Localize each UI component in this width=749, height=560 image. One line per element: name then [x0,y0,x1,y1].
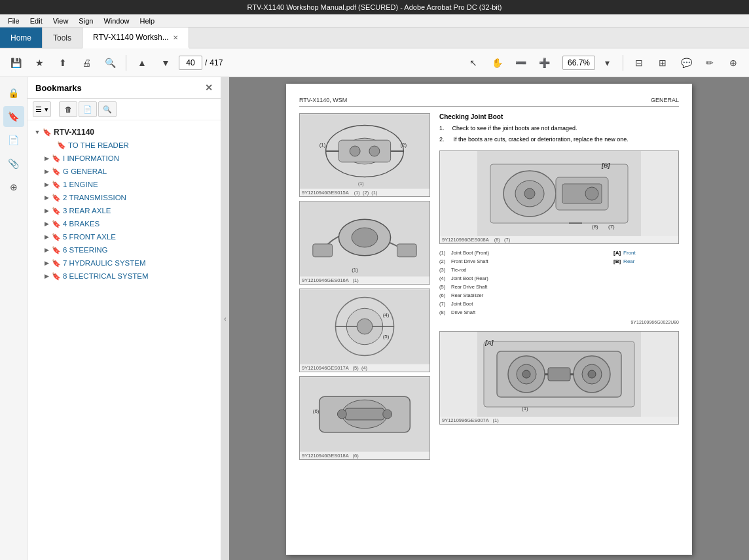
zoom-out-button[interactable]: ➖ [510,52,531,73]
tab-document-label: RTV-X1140 Worksh... [93,33,169,42]
comment-button[interactable]: 💬 [676,52,697,73]
svg-text:(1): (1) [352,267,358,273]
zoom-in-button[interactable]: ➕ [534,52,555,73]
menu-edit[interactable]: Edit [25,14,48,27]
stamp-button[interactable]: ⊕ [723,52,744,73]
attachments-icon-btn[interactable]: 📎 [3,153,24,174]
search-bookmark-btn[interactable]: 🔍 [98,101,117,117]
page-header: RTV-X1140, WSM GENERAL [299,97,679,107]
svg-text:(6): (6) [313,408,320,414]
expand-hydraulic-icon: ▶ [42,258,51,268]
page-number-input[interactable]: 40 [179,56,202,70]
bookmark-tree: ▼ 🔖 RTV-X1140 🔖 TO THE READER ▶ 🔖 I INFO… [27,120,221,560]
find-button[interactable]: 🔍 [100,52,120,73]
tree-item-info[interactable]: ▶ 🔖 I INFORMATION [27,152,221,165]
tree-item-engine[interactable]: ▶ 🔖 1 ENGINE [27,178,221,191]
bookmark-icon-rear-axle: 🔖 [52,206,60,215]
tree-item-rear-axle[interactable]: ▶ 🔖 3 REAR AXLE [27,204,221,217]
svg-point-30 [383,410,392,419]
legend-ab-a: [A] Front [613,249,679,258]
tree-steering-label: 6 STEERING [63,246,107,254]
tree-item-brakes[interactable]: ▶ 🔖 4 BRAKES [27,217,221,230]
menu-sign[interactable]: Sign [73,14,98,27]
sidebar-toolbar: ☰ ▾ 🗑 📄 🔍 [27,99,221,120]
bookmark-icon-hydraulic: 🔖 [52,258,60,268]
tree-general-label: G GENERAL [63,167,107,175]
header-right: GENERAL [651,97,679,103]
right-column: Checking Joint Boot 1. Check to see if t… [439,113,679,464]
section-title: Checking Joint Boot [439,113,679,120]
sidebar-close-button[interactable]: ✕ [205,82,213,93]
tree-item-reader[interactable]: 🔖 TO THE READER [27,139,221,152]
tree-item-steering[interactable]: ▶ 🔖 6 STEERING [27,243,221,256]
fit-page-button[interactable]: ⊟ [629,52,649,73]
new-bookmark-btn[interactable]: 📄 [79,101,97,117]
next-page-button[interactable]: ▼ [155,52,176,73]
tree-front-axle-label: 5 FRONT AXLE [63,233,116,241]
expand-front-axle-icon: ▶ [42,232,51,241]
legend-item-3: (3) Tie-rod [439,266,600,274]
menu-window[interactable]: Window [98,14,134,27]
two-page-button[interactable]: ⊞ [652,52,673,73]
svg-rect-15 [397,244,417,257]
tab-close-button[interactable]: ✕ [173,34,178,41]
svg-rect-54 [548,368,570,381]
tab-document[interactable]: RTV-X1140 Worksh... ✕ [82,27,189,48]
expand-electrical-icon: ▶ [42,271,51,281]
bookmark-button[interactable]: ★ [29,52,50,73]
bookmarks-icon-btn[interactable]: 🔖 [3,106,24,127]
tree-item-hydraulic[interactable]: ▶ 🔖 7 HYDRAULIC SYSTEM [27,256,221,270]
tree-item-front-axle[interactable]: ▶ 🔖 5 FRONT AXLE [27,230,221,243]
bookmark-menu-btn[interactable]: ☰ ▾ [33,101,51,117]
right-diagram-a-image: [A] (1) [440,332,678,417]
sidebar-collapse-handle[interactable]: ‹ [221,77,229,560]
tree-item-root[interactable]: ▼ 🔖 RTV-X1140 [27,126,221,139]
svg-text:[A]: [A] [484,340,494,346]
svg-text:(8): (8) [592,224,598,230]
bookmark-icon-brakes: 🔖 [52,219,60,228]
menu-view[interactable]: View [48,14,74,27]
svg-point-49 [522,370,530,378]
sep1 [126,55,126,71]
lock-icon-btn[interactable]: 🔒 [3,82,24,103]
icon-panel: 🔒 🔖 📄 📎 ⊕ [0,77,27,560]
print-button[interactable]: 🖨 [76,52,97,73]
hand-tool-button[interactable]: ✋ [486,52,507,73]
menu-file[interactable]: File [3,14,25,27]
legend-item-4: (4) Joint Boot (Rear) [439,275,600,283]
svg-text:(4): (4) [383,312,390,318]
diagram-4-image: (6) [300,377,429,452]
zoom-input[interactable]: 66.7% [562,56,595,70]
pen-button[interactable]: ✏ [699,52,720,73]
menu-help[interactable]: Help [135,14,160,27]
expand-rear-axle-icon: ▶ [42,206,51,215]
layers-icon-btn[interactable]: ⊕ [3,177,24,198]
tree-item-electrical[interactable]: ▶ 🔖 8 ELECTRICAL SYSTEM [27,270,221,283]
bookmark-icon-root: 🔖 [43,128,51,137]
diagram-3-label: 9Y1210946GES017A (5) (4) [300,364,429,372]
upload-button[interactable]: ⬆ [52,52,73,73]
bookmark-icon-electrical: 🔖 [52,271,60,281]
diagram-2-label: 9Y1210946GES016A (1) [300,277,429,284]
zoom-dropdown-button[interactable]: ▾ [596,52,617,73]
select-tool-button[interactable]: ↖ [463,52,484,73]
svg-point-7 [369,146,380,156]
tree-item-transmission[interactable]: ▶ 🔖 2 TRANSMISSION [27,191,221,204]
right-diagram-a-label: 9Y1210996GES007A (1) [440,417,678,424]
tree-rear-axle-label: 3 REAR AXLE [63,207,111,215]
save-button[interactable]: 💾 [5,52,26,73]
tree-engine-label: 1 ENGINE [63,181,98,188]
menu-bar: File Edit View Sign Window Help [0,14,749,27]
pdf-viewer[interactable]: RTV-X1140, WSM GENERAL [229,77,749,560]
instruction-list: 1. Check to see if the joint boots are n… [439,124,679,144]
bookmark-icon-reader: 🔖 [58,141,65,150]
part-number: 9Y12109966G0022U80 [439,320,679,324]
prev-page-button[interactable]: ▲ [132,52,153,73]
delete-bookmark-btn[interactable]: 🗑 [59,101,77,117]
tree-item-general[interactable]: ▶ 🔖 G GENERAL [27,165,221,178]
left-column: (1) (2) (1) 9Y1210946GES015A (1) (2) (1) [299,113,430,464]
svg-text:(1): (1) [320,142,326,148]
tab-tools[interactable]: Tools [43,27,82,48]
tab-home[interactable]: Home [0,27,43,48]
pages-icon-btn[interactable]: 📄 [3,130,24,150]
